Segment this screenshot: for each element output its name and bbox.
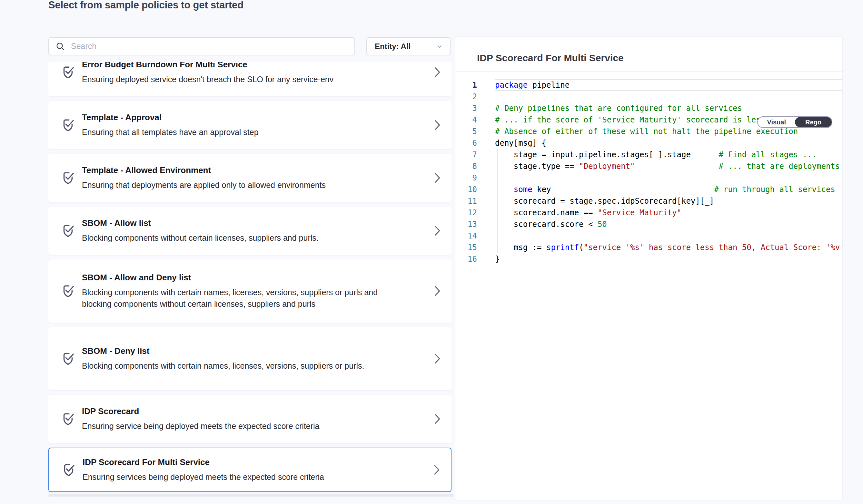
shield-check-icon [61,411,75,427]
policy-title: Template - Allowed Environment [82,165,326,175]
chevron-right-icon [434,67,440,78]
code-line-text: stage = input.pipeline.stages[_].stage #… [495,149,842,160]
policy-title: Template - Approval [82,113,259,122]
code-line-text: scorecard = stage.spec.idpScorecard[key]… [495,195,842,207]
policy-title: SBOM - Deny list [82,346,364,356]
code-line: 6 deny[msg] { [455,137,842,149]
search-input[interactable] [70,41,348,51]
search-icon [55,41,65,51]
policy-description: Blocking components with certain names, … [82,286,388,310]
code-line-text: } [495,253,842,265]
policy-card[interactable]: SBOM - Allow list Blocking components wi… [48,207,451,255]
code-line-text [495,230,842,242]
code-line: 8 stage.type == "Deployment" # ... that … [455,160,842,172]
line-number: 5 [455,126,495,137]
code-line-text [495,91,842,102]
code-line: 9 [455,172,842,184]
policy-card-text: Template - Allowed Environment Ensuring … [82,165,355,191]
line-number: 4 [455,114,495,126]
line-number: 1 [455,79,495,91]
line-number: 8 [455,160,495,172]
code-line-text: some key # run through all services [495,184,842,195]
policy-description: Ensuring service being deployed meets th… [82,420,320,432]
detail-title: IDP Scorecard For Multi Service [477,53,624,64]
entity-filter-dropdown[interactable]: Entity: All [366,37,451,55]
policy-title: SBOM - Allow list [82,218,318,228]
shield-check-icon [61,64,75,80]
code-line: 16 } [455,253,842,265]
shield-check-icon [61,351,75,366]
policy-card-text: IDP Scorecard For Multi Service Ensuring… [83,457,353,483]
policy-card-text: Template - Approval Ensuring that all te… [82,113,288,138]
chevron-right-icon [434,225,440,236]
code-line: 15 msg := sprintf("service '%s' has scor… [455,242,842,253]
code-line: 14 [455,230,842,242]
line-number: 10 [455,184,495,195]
code-line: 13 scorecard.score < 50 [455,219,842,230]
shield-check-icon [61,283,75,299]
policy-card[interactable]: Template - Approval Ensuring that all te… [48,101,451,149]
search-box[interactable] [48,37,355,55]
view-toggle-visual-button[interactable]: Visual [758,117,795,127]
line-number: 12 [455,207,495,219]
policy-card-text: SBOM - Allow and Deny list Blocking comp… [82,273,417,310]
line-number: 6 [455,137,495,149]
line-number: 2 [455,91,495,102]
policy-title: IDP Scorecard [82,406,320,416]
line-number: 16 [455,253,495,265]
shield-check-icon [61,170,75,185]
policy-card-text: SBOM - Allow list Blocking components wi… [82,218,348,244]
code-line-text: scorecard.score < 50 [495,219,842,230]
code-line-text: stage.type == "Deployment" # ... that ar… [495,160,842,172]
policy-card[interactable]: SBOM - Deny list Blocking components wit… [48,327,451,390]
entity-filter-label: Entity: All [375,42,411,51]
policy-list: Error Budget Burndown For Multi Service … [48,62,451,493]
chevron-right-icon [434,172,440,183]
policy-description: Blocking components with certain names, … [82,360,364,372]
shield-check-icon [61,462,76,478]
horizontal-scrollbar[interactable] [48,494,454,496]
line-number: 3 [455,102,495,114]
shield-check-icon [61,117,75,133]
code-line: 10 some key # run through all services [455,184,842,195]
code-line-text: package pipeline [495,79,842,91]
chevron-right-icon [434,285,440,296]
line-number: 11 [455,195,495,207]
policy-title: SBOM - Allow and Deny list [82,273,388,283]
view-toggle-rego-button[interactable]: Rego [795,117,832,127]
policy-card[interactable]: IDP Scorecard Ensuring service being dep… [48,395,451,443]
chevron-right-icon [434,353,440,364]
code-line: 3 # Deny pipelines that are configured f… [455,102,842,114]
line-number: 13 [455,219,495,230]
policy-description: Ensuring that all templates have an appr… [82,126,259,138]
line-number: 15 [455,242,495,253]
page-title: Select from sample policies to get start… [48,0,243,12]
policy-card[interactable]: SBOM - Allow and Deny list Blocking comp… [48,259,451,323]
code-line-text: # Deny pipelines that are configured for… [495,102,842,114]
code-line: 2 [455,91,842,102]
policy-card[interactable]: IDP Scorecard For Multi Service Ensuring… [48,448,451,492]
indent-guide [497,149,498,253]
line-number: 7 [455,149,495,160]
policy-card[interactable]: Template - Allowed Environment Ensuring … [48,154,451,202]
policy-detail-panel: IDP Scorecard For Multi Service VisualRe… [455,36,843,501]
code-line-text: scorecard.name == "Service Maturity" [495,207,842,219]
rego-code-editor[interactable]: VisualRego 1 package pipeline 2 3 # Deny… [455,72,842,265]
code-line: 7 stage = input.pipeline.stages[_].stage… [455,149,842,160]
line-number: 9 [455,172,495,184]
chevron-down-icon [436,42,443,50]
chevron-right-icon [434,464,440,475]
chevron-right-icon [434,413,440,424]
code-line-text [495,172,842,184]
policy-description: Ensuring deployed service doesn't breach… [82,74,334,85]
code-line: 1 package pipeline [455,79,842,91]
policy-title: IDP Scorecard For Multi Service [83,457,324,467]
shield-check-icon [61,223,75,238]
view-mode-toggle: VisualRego [757,116,833,128]
code-line-text: msg := sprintf("service '%s' has score l… [495,242,842,253]
policy-card-text: IDP Scorecard Ensuring service being dep… [82,406,349,432]
line-number: 14 [455,230,495,242]
policy-card[interactable]: Error Budget Burndown For Multi Service … [48,62,451,96]
policy-description: Blocking components without certain lice… [82,232,318,244]
code-line: 11 scorecard = stage.spec.idpScorecard[k… [455,195,842,207]
